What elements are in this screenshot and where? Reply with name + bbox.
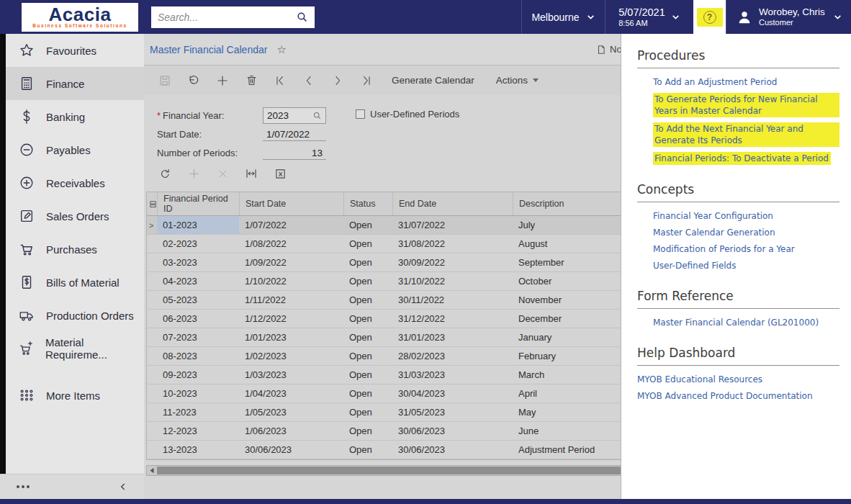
sidebar-item-label: Payables xyxy=(46,144,91,156)
truck-icon xyxy=(18,307,35,324)
sidebar-item-favourites[interactable]: Favourites xyxy=(6,34,144,67)
sidebar-item-sales-orders[interactable]: Sales Orders xyxy=(6,199,144,233)
cell-end-date: 31/01/2023 xyxy=(392,328,513,346)
cell-start-date: 1/07/2022 xyxy=(239,216,343,234)
chevron-left-icon[interactable] xyxy=(118,482,128,492)
cell-description: February xyxy=(513,347,622,365)
help-button[interactable]: ? xyxy=(693,0,726,34)
table-row[interactable]: > 08-2023 1/02/2023 Open 28/02/2023 Febr… xyxy=(147,347,622,366)
user-menu[interactable]: Worobey, Chris Customer xyxy=(726,0,851,34)
help-link[interactable]: MYOB Educational Resources xyxy=(637,374,762,385)
help-link[interactable]: To Generate Periods for New Financial Ye… xyxy=(653,93,839,117)
minus-circle-icon xyxy=(18,141,35,158)
window-bottom-edge xyxy=(0,499,851,504)
cell-description: October xyxy=(513,272,622,290)
help-link[interactable]: Master Financial Calendar (GL201000) xyxy=(653,317,819,328)
actions-button[interactable]: Actions xyxy=(485,70,549,91)
table-row[interactable]: > 12-2023 1/06/2023 Open 30/06/2023 June xyxy=(147,422,622,441)
help-link[interactable]: MYOB Advanced Product Documentation xyxy=(637,390,813,402)
lookup-magnifier-icon[interactable] xyxy=(312,111,322,120)
table-row[interactable]: > 02-2023 1/08/2022 Open 31/08/2022 Augu… xyxy=(147,235,622,253)
table-row[interactable]: > 04-2023 1/10/2022 Open 31/10/2022 Octo… xyxy=(147,272,622,291)
company-logo[interactable]: Acacia Business Software Solutions xyxy=(22,3,138,32)
column-header-status[interactable]: Status xyxy=(344,192,393,215)
table-row[interactable]: > 06-2023 1/12/2022 Open 31/12/2022 Dece… xyxy=(147,310,622,328)
search-icon[interactable] xyxy=(296,11,308,23)
business-date-selector[interactable]: 5/07/2021 8:56 AM xyxy=(605,0,693,34)
sidebar-item-label: Receivables xyxy=(46,177,105,189)
column-header-financial-period-id[interactable]: Financial Period ID xyxy=(158,192,240,215)
scroll-left-arrow-icon[interactable] xyxy=(147,466,157,475)
sidebar-item-more-items[interactable]: More Items xyxy=(6,379,144,412)
cell-status: Open xyxy=(343,310,392,328)
sidebar-item-finance[interactable]: Finance xyxy=(6,67,144,100)
table-row[interactable]: > 01-2023 1/07/2022 Open 31/07/2022 July xyxy=(147,216,622,235)
help-link[interactable]: To Add the Next Financial Year and Gener… xyxy=(653,122,839,147)
sidebar-item-bills-of-material[interactable]: Bills of Material xyxy=(6,266,144,299)
table-row[interactable]: > 11-2023 1/05/2023 Open 31/05/2023 May xyxy=(147,403,622,422)
table-row[interactable]: > 10-2023 1/04/2023 Open 30/04/2023 Apri… xyxy=(147,384,622,403)
help-link[interactable]: Modification of Periods for a Year xyxy=(653,243,795,255)
sidebar-item-receivables[interactable]: Receivables xyxy=(6,166,144,199)
cell-description: August xyxy=(513,235,622,253)
cell-end-date: 28/02/2023 xyxy=(392,347,513,365)
sidebar-item-label: Purchases xyxy=(46,243,97,256)
add-record-button[interactable] xyxy=(208,70,237,91)
cell-start-date: 1/02/2023 xyxy=(239,347,343,365)
table-row[interactable]: > 05-2023 1/11/2022 Open 30/11/2022 Nove… xyxy=(147,291,622,310)
last-record-button[interactable] xyxy=(352,70,381,91)
cell-start-date: 1/05/2023 xyxy=(239,403,343,421)
column-header-description[interactable]: Description xyxy=(513,192,622,215)
top-bar: Acacia Business Software Solutions Melbo… xyxy=(0,0,851,34)
sidebar-item-production-orders[interactable]: Production Orders xyxy=(6,299,144,332)
excel-export-button[interactable]: X xyxy=(266,163,294,184)
fit-width-button[interactable] xyxy=(237,163,266,184)
sidebar-item-material-requirements[interactable]: Material Requireme... xyxy=(6,332,144,365)
branch-label: Melbourne xyxy=(531,12,579,23)
help-section-form-reference: Form Reference Master Financial Calendar… xyxy=(637,289,839,328)
global-search[interactable] xyxy=(151,6,315,28)
breadcrumb-title[interactable]: Master Financial Calendar xyxy=(150,44,267,55)
row-indicator: > xyxy=(147,291,157,309)
search-input[interactable] xyxy=(158,12,296,23)
branch-selector[interactable]: Melbourne xyxy=(521,0,605,34)
sidebar-item-banking[interactable]: Banking xyxy=(6,100,144,133)
next-record-button[interactable] xyxy=(323,70,352,91)
undo-button[interactable] xyxy=(179,70,208,91)
generate-calendar-button[interactable]: Generate Calendar xyxy=(381,70,485,91)
row-indicator: > xyxy=(147,347,157,365)
delete-record-button[interactable] xyxy=(237,70,266,91)
table-settings-icon[interactable] xyxy=(147,192,158,215)
help-link[interactable]: Financial Periods: To Deactivate a Perio… xyxy=(653,152,831,165)
first-record-button[interactable] xyxy=(266,70,294,91)
horizontal-scrollbar[interactable] xyxy=(146,465,623,476)
help-link[interactable]: To Add an Adjustment Period xyxy=(653,76,777,88)
add-row-button[interactable] xyxy=(179,163,208,184)
row-indicator: > xyxy=(147,441,157,459)
user-defined-periods-checkbox[interactable]: User-Defined Periods xyxy=(356,109,459,120)
financial-year-field[interactable]: 2023 xyxy=(263,107,326,124)
save-button[interactable] xyxy=(150,70,179,91)
sidebar-item-purchases[interactable]: Purchases xyxy=(6,233,144,266)
table-row[interactable]: > 13-2023 30/06/2023 Open 30/06/2023 Adj… xyxy=(147,441,622,459)
help-link[interactable]: User-Defined Fields xyxy=(653,260,736,271)
cart-plus-icon xyxy=(18,340,35,357)
help-link[interactable]: Master Calendar Generation xyxy=(653,227,775,238)
ellipsis-icon[interactable] xyxy=(16,485,30,489)
star-outline-icon[interactable]: ☆ xyxy=(276,43,286,56)
table-row[interactable]: > 03-2023 1/09/2022 Open 30/09/2022 Sept… xyxy=(147,253,622,272)
table-row[interactable]: > 09-2023 1/03/2023 Open 31/03/2023 Marc… xyxy=(147,366,622,384)
table-row[interactable]: > 07-2023 1/01/2023 Open 31/01/2023 Janu… xyxy=(147,328,622,347)
cell-description: March xyxy=(513,366,622,384)
prev-record-button[interactable] xyxy=(294,70,323,91)
refresh-button[interactable] xyxy=(150,163,179,184)
window-edge xyxy=(0,34,6,474)
column-header-end-date[interactable]: End Date xyxy=(393,192,513,215)
help-link[interactable]: Financial Year Configuration xyxy=(653,210,773,222)
scrollbar-thumb[interactable] xyxy=(157,467,621,474)
table-header-row: Financial Period ID Start Date Status En… xyxy=(147,192,622,216)
column-header-start-date[interactable]: Start Date xyxy=(240,192,344,215)
sidebar-item-payables[interactable]: Payables xyxy=(6,133,144,166)
delete-row-button[interactable] xyxy=(208,163,237,184)
cell-start-date: 1/09/2022 xyxy=(239,253,343,271)
